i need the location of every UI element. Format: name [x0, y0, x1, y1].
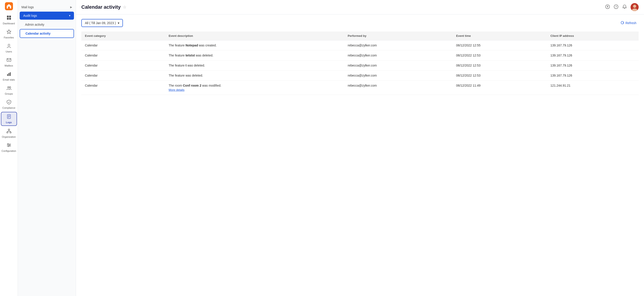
col-event-time: Event time: [452, 31, 547, 40]
table-row: CalendarThe feature Notepad was created.…: [81, 40, 639, 50]
icon-nav: Dashboard Favorites Users: [0, 0, 18, 296]
cell-performed-by: rebecca@zylker.com: [344, 81, 452, 95]
compliance-label: Compliance: [2, 106, 15, 109]
table-row: CalendarThe feature t was deleted.rebecc…: [81, 60, 639, 70]
config-icon: [6, 143, 12, 149]
cell-client-ip: 139.167.79.126: [547, 40, 639, 50]
filter-bar: All ( Till Jan 09, 2023 ) ▾ Refresh: [81, 19, 639, 27]
user-icon: [6, 43, 12, 49]
audit-logs-label: Audit logs: [23, 14, 37, 17]
app-logo: [4, 2, 14, 11]
refresh-label: Refresh: [626, 21, 636, 25]
audit-logs-section[interactable]: Audit logs ▾: [20, 11, 74, 20]
svg-point-28: [8, 144, 8, 144]
sidebar-item-users[interactable]: Users: [1, 41, 17, 55]
mail-icon: [6, 57, 12, 63]
dropdown-chevron-icon: ▾: [118, 21, 119, 25]
sidebar-item-logs[interactable]: Logs: [1, 112, 17, 126]
logs-label: Logs: [6, 121, 12, 124]
cell-event-time: 06/12/2022 12:55: [452, 40, 547, 50]
cell-performed-by: rebecca@zylker.com: [344, 70, 452, 81]
email-stats-label: Email stats: [3, 78, 15, 81]
date-filter-dropdown[interactable]: All ( Till Jan 09, 2023 ) ▾: [81, 19, 123, 27]
cell-description: The feature was deleted.: [165, 70, 344, 81]
col-event-category: Event category: [81, 31, 165, 40]
admin-activity-item[interactable]: Admin activity: [20, 20, 74, 28]
cell-description: The feature t was deleted.: [165, 60, 344, 70]
cell-event-time: 06/12/2022 11:49: [452, 81, 547, 95]
page-title: Calendar activity: [81, 4, 121, 10]
cell-event-time: 06/12/2022 12:53: [452, 50, 547, 60]
table-row: CalendarThe feature was deleted.rebecca@…: [81, 70, 639, 81]
refresh-icon: [620, 21, 624, 25]
table-row: CalendarThe room Conf room 2 was modifie…: [81, 81, 639, 95]
calendar-activity-label: Calendar activity: [26, 32, 50, 35]
col-client-ip: Client IP address: [547, 31, 639, 40]
activity-table: Event category Event description Perform…: [81, 31, 639, 95]
cell-description: The feature Notepad was created.: [165, 40, 344, 50]
table-body: CalendarThe feature Notepad was created.…: [81, 40, 639, 95]
cell-event-time: 06/12/2022 12:53: [452, 60, 547, 70]
svg-rect-3: [9, 16, 11, 17]
calendar-activity-item[interactable]: Calendar activity: [20, 29, 74, 38]
sidebar-item-dashboard[interactable]: Dashboard: [1, 13, 17, 26]
header-left: Calendar activity ☆: [81, 4, 126, 10]
sidebar-item-groups[interactable]: Groups: [1, 84, 17, 97]
svg-rect-10: [8, 73, 10, 76]
page-header: Calendar activity ☆ ?: [76, 0, 644, 14]
content-area: All ( Till Jan 09, 2023 ) ▾ Refresh: [76, 14, 644, 296]
header-right: ?: [605, 3, 639, 11]
cell-performed-by: rebecca@zylker.com: [344, 60, 452, 70]
refresh-button[interactable]: Refresh: [618, 20, 639, 26]
secondary-sidebar: Mail logs ▶ Audit logs ▾ Admin activity …: [18, 0, 76, 296]
cell-client-ip: 139.167.79.126: [547, 60, 639, 70]
mail-logs-label: Mail logs: [22, 5, 34, 9]
dashboard-icon: [6, 15, 12, 21]
user-avatar[interactable]: [630, 3, 639, 11]
shield-icon: [6, 100, 12, 106]
groups-label: Groups: [5, 92, 13, 95]
cell-category: Calendar: [81, 70, 165, 81]
sidebar-item-compliance[interactable]: Compliance: [1, 98, 17, 111]
help-icon[interactable]: ?: [614, 4, 618, 10]
sidebar-item-configuration[interactable]: Configuration: [1, 141, 17, 154]
cell-description: The feature tetstst was deleted.: [165, 50, 344, 60]
svg-rect-20: [10, 132, 11, 133]
svg-text:?: ?: [616, 5, 617, 8]
favorites-label: Favorites: [4, 36, 14, 39]
sidebar-item-organization[interactable]: Organization: [1, 127, 17, 140]
users-label: Users: [6, 50, 12, 53]
cell-performed-by: rebecca@zylker.com: [344, 40, 452, 50]
cell-category: Calendar: [81, 40, 165, 50]
cell-event-time: 06/12/2022 12:53: [452, 70, 547, 81]
svg-point-7: [8, 44, 10, 46]
table-header: Event category Event description Perform…: [81, 31, 639, 40]
groups-icon: [6, 85, 12, 91]
col-performed-by: Performed by: [344, 31, 452, 40]
svg-rect-1: [8, 7, 10, 8]
chevron-down-icon: ▾: [69, 14, 70, 17]
more-details-link[interactable]: More details: [169, 88, 340, 91]
cell-client-ip: 121.244.91.21: [547, 81, 639, 95]
cell-performed-by: rebecca@zylker.com: [344, 50, 452, 60]
table-row: CalendarThe feature tetstst was deleted.…: [81, 50, 639, 60]
col-event-description: Event description: [165, 31, 344, 40]
cell-category: Calendar: [81, 60, 165, 70]
mail-logs-section[interactable]: Mail logs ▶: [18, 3, 76, 11]
sidebar-item-favorites[interactable]: Favorites: [1, 27, 17, 41]
cell-category: Calendar: [81, 50, 165, 60]
main-content: Calendar activity ☆ ?: [76, 0, 644, 296]
cell-client-ip: 139.167.79.126: [547, 50, 639, 60]
configuration-label: Configuration: [2, 150, 16, 152]
sidebar-item-mailbox[interactable]: Mailbox: [1, 56, 17, 69]
cell-category: Calendar: [81, 81, 165, 95]
star-icon: [6, 29, 12, 35]
svg-marker-6: [7, 30, 11, 34]
cell-description: The room Conf room 2 was modified.More d…: [165, 81, 344, 95]
svg-rect-9: [7, 74, 8, 76]
favorite-star-icon[interactable]: ☆: [123, 5, 126, 9]
org-icon: [6, 129, 12, 135]
notification-icon[interactable]: [622, 4, 627, 10]
upload-icon[interactable]: [605, 4, 610, 10]
sidebar-item-email-stats[interactable]: Email stats: [1, 70, 17, 83]
